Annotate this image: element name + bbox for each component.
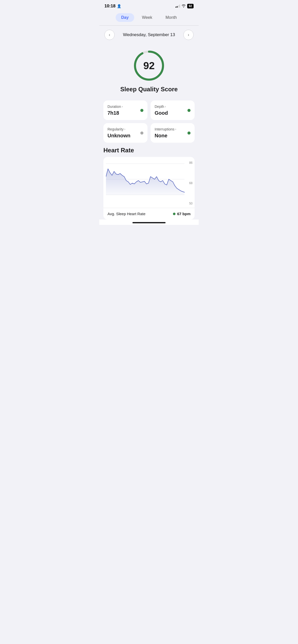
tab-bar: Day Week Month	[99, 11, 199, 25]
avg-dot-icon	[173, 213, 175, 215]
heart-rate-chart-card: 86 68 50 Avg. Sleep Heart Rate 67 bpm	[103, 157, 195, 219]
date-navigation: ‹ Wednesday, September 13 ›	[99, 26, 199, 44]
battery-indicator: 92	[187, 4, 194, 8]
tab-day[interactable]: Day	[116, 13, 134, 22]
person-icon: 👤	[117, 4, 121, 8]
depth-label: Depth ›	[155, 105, 191, 109]
chevron-icon: ›	[124, 127, 125, 131]
chart-label-mid: 68	[189, 181, 193, 185]
wifi-icon	[182, 4, 186, 8]
metric-interruptions[interactable]: Interruptions › None	[151, 123, 195, 143]
metric-regularity[interactable]: Regularity › Unknown	[103, 123, 147, 143]
status-time: 10:18 👤	[104, 4, 121, 9]
next-date-button[interactable]: ›	[183, 30, 194, 40]
avg-bpm: 67 bpm	[177, 212, 191, 216]
depth-status-dot	[187, 109, 191, 112]
interruptions-status-dot	[187, 131, 191, 135]
score-title: Sleep Quality Score	[120, 86, 178, 93]
chevron-icon: ›	[165, 105, 166, 108]
duration-status-dot	[140, 109, 143, 112]
signal-icon	[175, 5, 180, 8]
metric-duration[interactable]: Duration › 7h18	[103, 100, 147, 120]
status-right: 92	[175, 4, 194, 8]
regularity-label: Regularity ›	[107, 127, 143, 131]
metrics-grid: Duration › 7h18 Depth › Good Regularity …	[103, 100, 195, 143]
chevron-right-icon: ›	[188, 33, 189, 37]
chart-label-low: 50	[189, 202, 193, 205]
chart-svg	[106, 161, 192, 205]
heart-rate-chart: 86 68 50	[103, 157, 195, 208]
clock: 10:18	[104, 4, 115, 9]
avg-sleep-heart-rate-value: 67 bpm	[173, 212, 191, 216]
duration-value: 7h18	[107, 110, 143, 116]
avg-sleep-heart-rate-label: Avg. Sleep Heart Rate	[107, 212, 145, 216]
heart-rate-title: Heart Rate	[103, 147, 195, 154]
home-bar	[132, 222, 166, 223]
duration-label: Duration ›	[107, 105, 143, 109]
tab-week[interactable]: Week	[136, 13, 158, 22]
main-content: 92 Sleep Quality Score Duration › 7h18 D…	[99, 44, 199, 219]
current-date: Wednesday, September 13	[123, 32, 175, 37]
chevron-icon: ›	[122, 105, 123, 108]
chevron-left-icon: ‹	[109, 33, 110, 37]
regularity-value: Unknown	[107, 133, 143, 139]
regularity-status-dot	[140, 131, 143, 135]
home-indicator	[99, 219, 199, 225]
prev-date-button[interactable]: ‹	[104, 30, 115, 40]
chart-y-labels: 86 68 50	[189, 157, 193, 208]
chart-footer: Avg. Sleep Heart Rate 67 bpm	[103, 208, 195, 219]
interruptions-label: Interruptions ›	[155, 127, 191, 131]
status-bar: 10:18 👤 92	[99, 0, 199, 11]
chevron-icon: ›	[175, 127, 176, 131]
score-section: 92 Sleep Quality Score	[103, 44, 195, 100]
chart-label-high: 86	[189, 161, 193, 165]
tab-month[interactable]: Month	[160, 13, 182, 22]
interruptions-value: None	[155, 133, 191, 139]
score-value: 92	[143, 60, 155, 71]
metric-depth[interactable]: Depth › Good	[151, 100, 195, 120]
score-circle: 92	[132, 49, 166, 82]
depth-value: Good	[155, 110, 191, 116]
